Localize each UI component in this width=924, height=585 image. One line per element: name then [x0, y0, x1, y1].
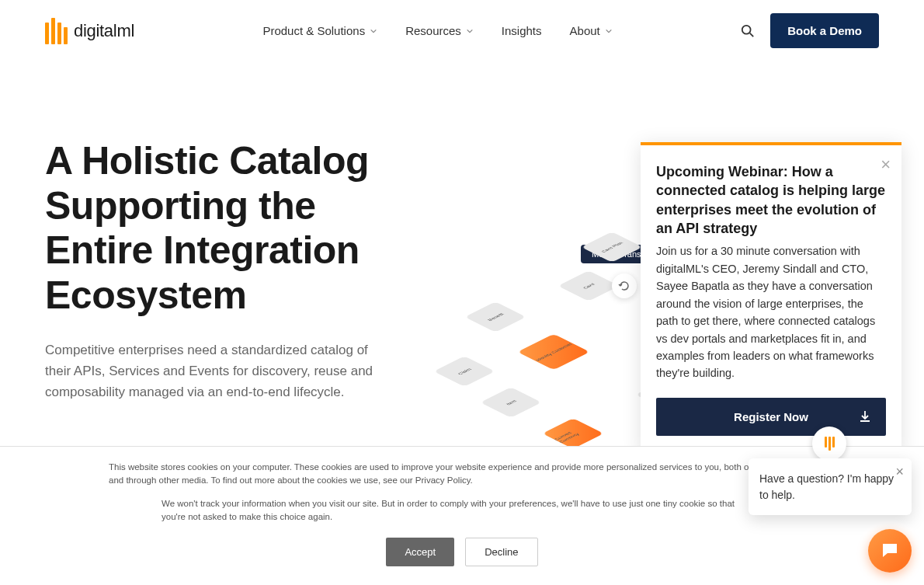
header-actions: Book a Demo — [741, 13, 879, 48]
chat-avatar-icon — [825, 437, 835, 451]
cookie-actions: Accept Decline — [109, 538, 815, 566]
chat-popup: × Have a question? I'm happy to help. — [749, 458, 912, 515]
cookie-text-secondary: We won't track your information when you… — [162, 497, 752, 524]
chat-avatar — [812, 427, 846, 461]
nav-label: Insights — [502, 24, 542, 37]
nav-product-solutions[interactable]: Product & Solutions — [262, 24, 377, 37]
tile-claim: Claim — [433, 356, 495, 387]
close-icon[interactable]: × — [881, 156, 891, 173]
accept-button[interactable]: Accept — [386, 538, 454, 566]
cookie-text-primary: This website stores cookies on your comp… — [109, 461, 815, 488]
hero-content: A Holistic Catalog Supporting the Entire… — [45, 139, 402, 403]
webinar-body: Join us for a 30 minute conversation wit… — [656, 242, 886, 382]
register-now-button[interactable]: Register Now — [656, 398, 886, 436]
nav-resources[interactable]: Resources — [405, 24, 474, 37]
tile-convert-currency: Convert Currency — [542, 418, 603, 449]
svg-line-1 — [750, 33, 754, 37]
nav-about[interactable]: About — [570, 24, 613, 37]
decline-button[interactable]: Decline — [465, 538, 537, 566]
close-icon[interactable]: × — [895, 465, 904, 479]
svg-point-0 — [742, 25, 751, 33]
refresh-icon — [612, 273, 637, 298]
chevron-down-icon — [370, 27, 377, 35]
webinar-panel: × Upcoming Webinar: How a connected cata… — [641, 142, 901, 453]
tile-item: Item — [480, 387, 541, 418]
hero-title: A Holistic Catalog Supporting the Entire… — [45, 139, 402, 318]
logo[interactable]: digitalml — [45, 18, 134, 44]
chevron-down-icon — [466, 27, 474, 35]
register-button-label: Register Now — [734, 410, 808, 423]
chat-icon — [880, 541, 900, 561]
tile-card: Card — [558, 270, 619, 301]
chat-message: Have a question? I'm happy to help. — [759, 471, 901, 503]
tile-benefit: Benefit — [464, 301, 526, 333]
main-nav: Product & Solutions Resources Insights A… — [262, 24, 612, 37]
nav-label: About — [570, 24, 600, 37]
chat-launcher-button[interactable] — [868, 529, 912, 573]
hero-subtitle: Competitive enterprises need a standardi… — [45, 340, 379, 403]
search-icon[interactable] — [741, 24, 755, 38]
nav-label: Resources — [405, 24, 461, 37]
logo-icon — [45, 18, 68, 44]
nav-insights[interactable]: Insights — [502, 24, 542, 37]
webinar-title: Upcoming Webinar: How a connected catalo… — [656, 162, 886, 238]
tile-identify-customer: Identify Customer — [517, 334, 589, 371]
download-icon — [858, 409, 872, 423]
site-header: digitalml Product & Solutions Resources … — [0, 0, 924, 61]
nav-label: Product & Solutions — [262, 24, 365, 37]
book-demo-button[interactable]: Book a Demo — [770, 13, 879, 48]
logo-text: digitalml — [74, 21, 134, 41]
chevron-down-icon — [605, 27, 613, 35]
